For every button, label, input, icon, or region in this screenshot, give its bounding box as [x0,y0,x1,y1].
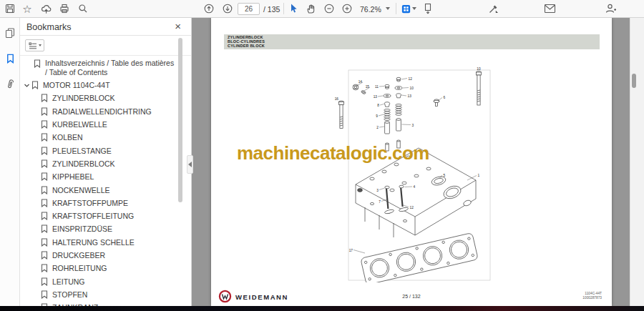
bookmark-item[interactable]: MOTOR 1104C-44T [20,79,186,92]
bookmark-label: MOTOR 1104C-44T [43,81,110,89]
page-footer: WEIDEMANN 25 / 132 1104C-44T 1000287873 [211,288,612,306]
bookmark-item[interactable]: DRUCKGEBER [20,249,186,262]
part-number-label: 13 [408,94,412,98]
parts-diagram: 16 14 15 11 13 8 9 2 12 10 13 6 3 10 1 5 [315,61,501,282]
print-icon [59,3,70,14]
bookmark-label: DRUCKGEBER [52,251,105,260]
zoom-in-button[interactable] [339,1,355,16]
zoom-out-button[interactable] [321,1,337,16]
hand-tool-icon [306,3,317,14]
part-number-label: 3 [376,189,379,192]
bookmark-label: LEITUNG [52,277,85,286]
bookmarks-icon [5,53,16,64]
bookmark-icon [41,159,48,168]
close-panel-button[interactable]: × [175,20,181,32]
bookmark-item[interactable]: EINSPRITZDÜSE [20,222,186,235]
bookmark-item[interactable]: ZAHNKRANZ [20,301,186,306]
bookmark-label: ZYLINDERBLOCK [52,94,115,102]
document-scrollbar-track[interactable] [630,18,644,306]
ref-number: 1000287873 [582,296,602,300]
part-number-label: 13 [374,95,378,99]
part-number-label: 6 [444,96,446,99]
scroll-mode-button[interactable] [420,1,436,16]
bookmark-icon [41,251,48,260]
bookmark-item[interactable]: STOPFEN [20,288,186,301]
attachments-button[interactable] [0,74,20,95]
bookmark-icon [41,133,48,142]
search-icon [77,3,89,14]
head-bolt-left-drawing [338,101,343,128]
part-number-label: 12 [409,77,413,81]
bookmark-item[interactable]: HALTERUNG SCHELLE [20,236,186,249]
bookmark-item[interactable]: ZYLINDERBLOCK [20,157,186,170]
print-button[interactable] [57,1,72,16]
star-button[interactable]: ☆ [19,1,35,16]
part-number-label: 17 [349,249,353,252]
bookmark-label: NOCKENWELLE [52,186,110,194]
options-list-icon [29,42,37,49]
zoom-level-dropdown[interactable]: 76.2% [360,0,393,18]
bookmark-item[interactable]: ZYLINDERBLOCK [20,92,186,104]
bookmark-icon [41,107,48,116]
part-number-label: 2 [376,126,379,129]
email-button[interactable] [542,1,557,16]
collapse-panel-handle[interactable] [187,155,193,174]
select-arrow-icon [288,3,299,14]
bookmark-item[interactable]: Inhaltsverzeichnis / Table des matières … [20,56,186,79]
bookmarks-header: Bookmarks × [20,18,191,36]
hand-tool-button[interactable] [303,1,319,16]
bookmark-label: STOPFEN [52,290,87,299]
divider [20,55,191,56]
page-up-icon [203,3,215,14]
page-fit-button[interactable] [398,1,414,16]
part-number-label: 3 [412,124,414,127]
toolbar-separator [396,3,396,14]
share-upload-button[interactable] [38,1,54,16]
bookmark-item[interactable]: KRAFTSTOFFPUMPE [20,197,186,209]
bookmark-item[interactable]: ROHRLEITUNG [20,262,186,275]
chevron-down-icon[interactable] [412,7,416,10]
page-up-button[interactable] [201,1,217,16]
bookmark-item[interactable]: KRAFTSTOFFLEITUNG [20,209,186,222]
sidebar-scrollbar-thumb[interactable] [178,38,182,202]
bookmark-icon [41,277,48,286]
bookmark-item[interactable]: KIPPHEBEL [20,170,186,183]
bookmark-label: ZYLINDERBLOCK [52,159,115,168]
bookmark-item[interactable]: NOCKENWELLE [20,183,186,196]
chevron-down-icon[interactable] [24,82,30,89]
bookmark-icon [41,264,48,272]
bookmark-label: KRAFTSTOFFLEITUNG [52,212,134,220]
share-person-button[interactable] [602,1,618,16]
page-thumbnails-button[interactable] [0,22,20,44]
bookmark-icon [31,81,39,89]
star-icon: ☆ [22,4,31,14]
bookmark-label: KURBELWELLE [52,120,107,129]
select-tool-button[interactable] [286,1,301,16]
zoom-out-icon [323,3,335,14]
bookmarks-panel-button[interactable] [0,48,20,69]
bookmark-item[interactable]: KOLBEN [20,131,186,144]
bookmark-label: KIPPHEBEL [52,172,94,181]
document-references: 1104C-44T 1000287873 [582,292,602,300]
bookmark-item[interactable]: LEITUNG [20,275,186,287]
bookmark-item[interactable]: PLEUELSTANGE [20,144,186,157]
bottom-edge-bar [0,306,644,311]
document-scrollbar-thumb[interactable] [632,74,636,88]
part-number-label: 8 [377,104,379,107]
scroll-mode-icon [422,3,434,14]
fill-sign-button[interactable] [486,1,502,16]
part-number-label: 1 [478,174,480,177]
share-upload-icon [40,3,52,14]
left-rail [0,18,20,306]
bookmark-item[interactable]: RADIALWELLENDICHTRING [20,105,186,118]
page-down-button[interactable] [220,1,235,16]
pdf-page: ZYLINDERBLOCK BLOC-CYLINDRES CYLINDER BL… [211,18,612,306]
search-button[interactable] [75,1,91,16]
save-button[interactable] [2,1,18,16]
page-number-input[interactable] [238,3,260,15]
bookmark-item[interactable]: KURBELWELLE [20,118,186,131]
bookmark-icon [41,199,48,207]
bookmarks-options-button[interactable] [25,39,44,51]
page-down-icon [222,3,233,14]
bookmark-label: RADIALWELLENDICHTRING [52,107,152,116]
